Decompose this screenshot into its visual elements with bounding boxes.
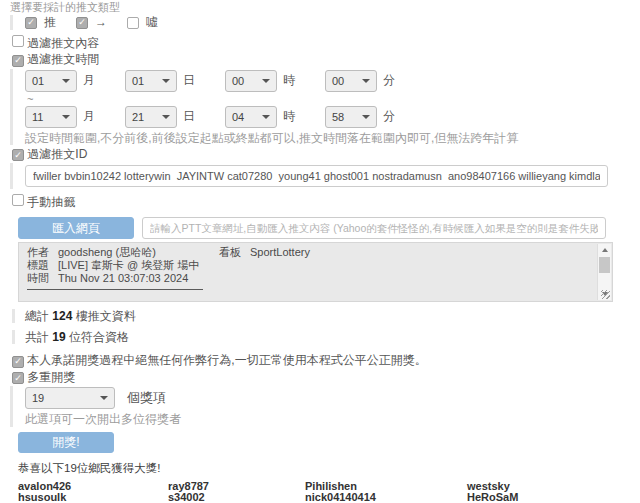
filter-time-label: 過濾推文時間 bbox=[27, 52, 99, 66]
total-prefix: 總計 bbox=[25, 309, 49, 323]
winner-name: avalon426 bbox=[18, 481, 168, 492]
push-type-option[interactable]: 推 bbox=[25, 16, 56, 29]
chevron-down-icon bbox=[100, 396, 108, 400]
boo-label: 噓 bbox=[146, 16, 158, 29]
qualified-stat: 共計 19 位符合資格 bbox=[12, 330, 630, 344]
multi-draw-hint: 此選項可一次開出多位得獎者 bbox=[25, 413, 630, 426]
time-to-row: 11 月 21 日 04 時 58 分 bbox=[25, 106, 630, 128]
filter-content-checkbox[interactable] bbox=[12, 35, 24, 47]
multi-draw-checkbox[interactable] bbox=[12, 372, 24, 384]
hour-unit-label: 時 bbox=[283, 108, 295, 125]
board-label: 看板 bbox=[219, 246, 241, 258]
article-title-line: 標題[LIVE] 韋斯卡 @ 埃登斯 場中 bbox=[27, 259, 592, 272]
resize-grip-icon[interactable] bbox=[601, 290, 610, 299]
author-label: 作者 bbox=[27, 246, 49, 258]
title-value: [LIVE] 韋斯卡 @ 埃登斯 場中 bbox=[58, 259, 199, 271]
article-author-line: 作者goodsheng (思哈哈) 看板SportLottery bbox=[27, 246, 592, 259]
qualified-prefix: 共計 bbox=[25, 330, 49, 344]
article-content-textarea[interactable]: 作者goodsheng (思哈哈) 看板SportLottery 標題[LIVE… bbox=[18, 242, 613, 302]
month-unit-label: 月 bbox=[83, 72, 95, 89]
manual-draw-checkbox[interactable] bbox=[12, 194, 24, 206]
month-unit-label: 月 bbox=[83, 108, 95, 125]
to-hour-value: 04 bbox=[232, 111, 244, 123]
scrollbar-thumb[interactable] bbox=[599, 257, 610, 273]
pledge-checkbox[interactable] bbox=[12, 356, 24, 368]
to-month-value: 11 bbox=[32, 111, 43, 123]
filter-time-option[interactable]: 過濾推文時間 bbox=[12, 53, 630, 67]
prize-count-select[interactable]: 19 bbox=[25, 387, 115, 409]
from-day-value: 01 bbox=[132, 75, 144, 87]
to-minute-value: 58 bbox=[332, 111, 344, 123]
to-month-select[interactable]: 11 bbox=[25, 106, 77, 128]
to-hour-select[interactable]: 04 bbox=[225, 106, 277, 128]
comment-type-label: 選擇要採計的推文類型 bbox=[10, 2, 630, 13]
range-tilde: ~ bbox=[27, 94, 630, 104]
scroll-up-icon[interactable] bbox=[598, 244, 611, 256]
comment-type-group: 推 → 噓 bbox=[10, 15, 630, 30]
day-unit-label: 日 bbox=[183, 108, 195, 125]
import-row: 匯入網頁 bbox=[18, 217, 630, 239]
winner-name: ray8787 bbox=[168, 481, 305, 492]
total-count: 124 bbox=[52, 309, 72, 323]
to-minute-select[interactable]: 58 bbox=[325, 106, 377, 128]
time-label: 時間 bbox=[27, 272, 49, 284]
boo-checkbox[interactable] bbox=[127, 17, 139, 29]
id-filter-input[interactable] bbox=[25, 165, 608, 187]
pledge-label: 本人承諾開獎過程中絕無任何作弊行為,一切正常使用本程式公平公正開獎。 bbox=[27, 353, 426, 367]
manual-draw-option[interactable]: 手動抽籤 bbox=[12, 194, 630, 209]
prize-unit-label: 個獎項 bbox=[127, 389, 166, 407]
push-checkbox[interactable] bbox=[25, 17, 37, 29]
time-from-row: 01 月 01 日 00 時 00 分 bbox=[25, 70, 630, 92]
filter-id-checkbox[interactable] bbox=[12, 149, 24, 161]
from-month-select[interactable]: 01 bbox=[25, 70, 77, 92]
qualified-suffix: 位符合資格 bbox=[69, 330, 129, 344]
from-hour-select[interactable]: 00 bbox=[225, 70, 277, 92]
congrats-text: 恭喜以下19位鄉民獲得大獎! bbox=[18, 461, 630, 476]
id-filter-group bbox=[10, 163, 630, 189]
arrow-checkbox[interactable] bbox=[76, 17, 88, 29]
time-range-hint: 設定時間範圍,不分前後,前後設定起點或終點都可以,推文時間落在範圍內即可,但無法… bbox=[25, 132, 630, 145]
prize-count-row: 19 個獎項 bbox=[25, 387, 630, 409]
filter-time-checkbox[interactable] bbox=[12, 55, 24, 67]
chevron-down-icon bbox=[362, 79, 370, 83]
arrow-type-option[interactable]: → bbox=[76, 16, 107, 29]
ptt-lottery-tool: 選擇要採計的推文類型 推 → 噓 過濾推文內容 過濾推文時間 01 月 01 日… bbox=[0, 0, 640, 503]
from-minute-value: 00 bbox=[332, 75, 344, 87]
from-minute-select[interactable]: 00 bbox=[325, 70, 377, 92]
time-range-group: 01 月 01 日 00 時 00 分 ~ 11 月 21 日 04 時 58 … bbox=[10, 69, 630, 145]
chevron-down-icon bbox=[62, 115, 70, 119]
multi-draw-option[interactable]: 多重開獎 bbox=[12, 371, 630, 385]
filter-id-option[interactable]: 過濾推文ID bbox=[12, 148, 630, 162]
minute-unit-label: 分 bbox=[383, 108, 395, 125]
to-day-select[interactable]: 21 bbox=[125, 106, 177, 128]
boo-type-option[interactable]: 噓 bbox=[127, 16, 158, 29]
multi-draw-label: 多重開獎 bbox=[27, 370, 75, 384]
from-hour-value: 00 bbox=[232, 75, 244, 87]
article-time-line: 時間Thu Nov 21 03:07:03 2024 bbox=[27, 272, 592, 285]
board-value: SportLottery bbox=[250, 246, 310, 258]
hour-unit-label: 時 bbox=[283, 72, 295, 89]
chevron-down-icon bbox=[362, 115, 370, 119]
chevron-down-icon bbox=[262, 115, 270, 119]
import-page-button[interactable]: 匯入網頁 bbox=[18, 217, 134, 239]
title-label: 標題 bbox=[27, 259, 49, 271]
from-month-value: 01 bbox=[32, 75, 44, 87]
chevron-down-icon bbox=[162, 115, 170, 119]
winners-grid: avalon426ray8787Pihilishenwestskyhsusoul… bbox=[18, 481, 630, 503]
chevron-down-icon bbox=[62, 79, 70, 83]
winner-name: Pihilishen bbox=[305, 481, 467, 492]
filter-content-option[interactable]: 過濾推文內容 bbox=[12, 35, 630, 50]
article-url-input[interactable] bbox=[142, 217, 606, 239]
time-value: Thu Nov 21 03:07:03 2024 bbox=[58, 272, 188, 284]
author-value: goodsheng (思哈哈) bbox=[58, 246, 156, 258]
article-separator bbox=[27, 289, 203, 290]
total-comments-stat: 總計 124 樓推文資料 bbox=[12, 309, 630, 323]
pledge-option[interactable]: 本人承諾開獎過程中絕無任何作弊行為,一切正常使用本程式公平公正開獎。 bbox=[12, 354, 630, 368]
from-day-select[interactable]: 01 bbox=[125, 70, 177, 92]
draw-button[interactable]: 開獎! bbox=[18, 432, 114, 453]
prize-count-group: 19 個獎項 此選項可一次開出多位得獎者 bbox=[10, 386, 630, 427]
arrow-label: → bbox=[95, 16, 107, 29]
prize-count-value: 19 bbox=[32, 392, 44, 404]
filter-content-label: 過濾推文內容 bbox=[27, 36, 99, 50]
chevron-down-icon bbox=[162, 79, 170, 83]
